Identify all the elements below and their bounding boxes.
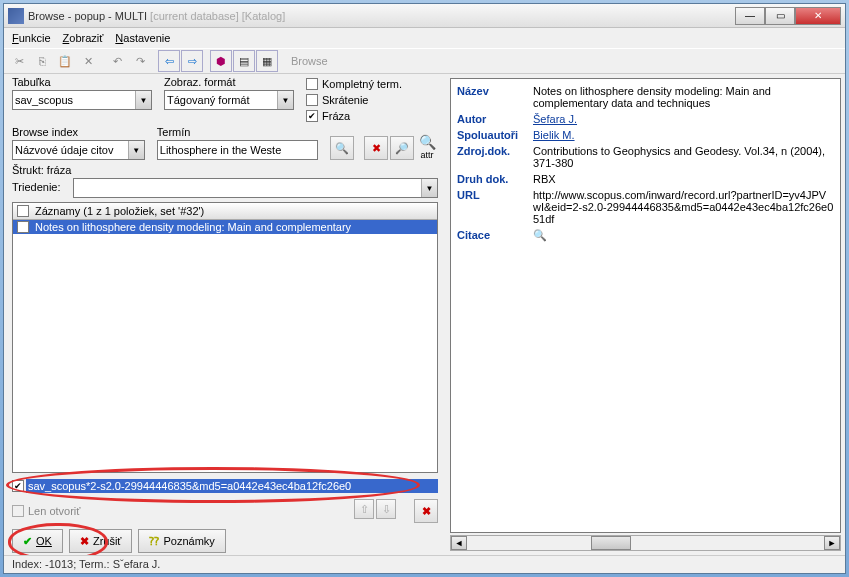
citace-search-icon[interactable]: 🔍 <box>533 229 547 241</box>
menu-funkcie[interactable]: Funkcie <box>12 32 51 44</box>
minimize-button[interactable]: — <box>735 7 765 25</box>
titlebar: Browse - popup - MULTI [current database… <box>4 4 845 28</box>
list-item[interactable]: Notes on lithosphere density modeling: M… <box>13 220 437 234</box>
app-icon <box>8 8 24 24</box>
druh-label: Druh dok. <box>457 173 533 185</box>
browse-index-label: Browse index <box>12 126 145 138</box>
move-up-button[interactable]: ⇧ <box>354 499 374 519</box>
spolu-link[interactable]: Bielik M. <box>533 129 575 141</box>
druh-value: RBX <box>533 173 834 185</box>
scroll-thumb[interactable] <box>591 536 631 550</box>
records-list[interactable]: Záznamy (1 z 1 položiek, set '#32') Note… <box>12 202 438 473</box>
window-title: Browse - popup - MULTI [current database… <box>28 10 735 22</box>
row-checkbox[interactable] <box>17 221 29 233</box>
menu-nastavenie[interactable]: Nastavenie <box>115 32 170 44</box>
select-all-checkbox[interactable] <box>17 205 29 217</box>
left-pane: Tabuľka sav_scopus▼ Zobraz. formát Tágov… <box>4 74 446 555</box>
find-button[interactable]: 🔎 <box>390 136 414 160</box>
scroll-left-arrow[interactable]: ◄ <box>451 536 467 550</box>
box-icon[interactable]: ⬢ <box>210 50 232 72</box>
horizontal-scrollbar[interactable]: ◄ ► <box>450 535 841 551</box>
spolu-label: Spoluautoři <box>457 129 533 141</box>
skratenie-checkbox[interactable] <box>306 94 318 106</box>
termin-label: Termín <box>157 126 318 138</box>
copy-icon[interactable]: ⎘ <box>31 50 53 72</box>
list-header: Záznamy (1 z 1 položiek, set '#32') <box>13 203 437 220</box>
tabulka-label: Tabuľka <box>12 76 152 88</box>
tabulka-combo[interactable]: sav_scopus▼ <box>12 90 152 110</box>
scroll-right-arrow[interactable]: ► <box>824 536 840 550</box>
delete-icon[interactable]: ✕ <box>77 50 99 72</box>
paste-icon[interactable]: 📋 <box>54 50 76 72</box>
format-combo[interactable]: Tágovaný formát▼ <box>164 90 294 110</box>
browse-index-combo[interactable]: Názvové údaje citov▼ <box>12 140 145 160</box>
strukt-label: Štrukt: fráza <box>12 164 438 176</box>
details-panel: NázevNotes on lithosphere density modeli… <box>450 78 841 533</box>
browse-label: Browse <box>285 55 334 67</box>
clear-button[interactable]: ✖ <box>364 136 388 160</box>
zdroj-label: Zdroj.dok. <box>457 145 533 169</box>
len-otvorit-checkbox[interactable] <box>12 505 24 517</box>
url-value: http://www.scopus.com/inward/record.url?… <box>533 189 834 225</box>
ok-button[interactable]: ✔OK <box>12 529 63 553</box>
fraza-checkbox[interactable]: ✔ <box>306 110 318 122</box>
maximize-button[interactable]: ▭ <box>765 7 795 25</box>
main-window: Browse - popup - MULTI [current database… <box>3 3 846 574</box>
cancel-button[interactable]: ✖Zrušiť <box>69 529 133 553</box>
selected-value[interactable]: sav_scopus*2-s2.0-29944446835&md5=a0442e… <box>26 479 438 493</box>
nazev-value: Notes on lithosphere density modeling: M… <box>533 85 834 109</box>
list-icon[interactable]: ▤ <box>233 50 255 72</box>
zdroj-value: Contributions to Geophysics and Geodesy.… <box>533 145 834 169</box>
right-pane: NázevNotes on lithosphere density modeli… <box>446 74 845 555</box>
menu-zobrazit[interactable]: Zobraziť <box>63 32 104 44</box>
notes-button[interactable]: ⁇Poznámky <box>138 529 225 553</box>
triedenie-label: Triedenie: <box>12 181 61 193</box>
url-label: URL <box>457 189 533 225</box>
close-button[interactable]: ✕ <box>795 7 841 25</box>
toolbar: ✂ ⎘ 📋 ✕ ↶ ↷ ⇦ ⇨ ⬢ ▤ ▦ Browse <box>4 48 845 74</box>
nazev-label: Název <box>457 85 533 109</box>
kompletny-checkbox[interactable] <box>306 78 318 90</box>
citace-label: Citace <box>457 229 533 242</box>
remove-button[interactable]: ✖ <box>414 499 438 523</box>
search-button[interactable]: 🔍 <box>330 136 354 160</box>
cut-icon[interactable]: ✂ <box>8 50 30 72</box>
termin-input[interactable] <box>157 140 318 160</box>
selection-checkbox[interactable]: ✔ <box>12 480 24 492</box>
undo-icon[interactable]: ↶ <box>106 50 128 72</box>
back-icon[interactable]: ⇦ <box>158 50 180 72</box>
move-down-button[interactable]: ⇩ <box>376 499 396 519</box>
redo-icon[interactable]: ↷ <box>129 50 151 72</box>
triedenie-combo[interactable]: ▼ <box>73 178 438 198</box>
autor-link[interactable]: Šefara J. <box>533 113 577 125</box>
statusbar: Index: -1013; Term.: Sˇefara J. <box>4 555 845 573</box>
autor-label: Autor <box>457 113 533 125</box>
forward-icon[interactable]: ⇨ <box>181 50 203 72</box>
format-label: Zobraz. formát <box>164 76 294 88</box>
menubar: Funkcie Zobraziť Nastavenie <box>4 28 845 48</box>
doc-icon[interactable]: ▦ <box>256 50 278 72</box>
